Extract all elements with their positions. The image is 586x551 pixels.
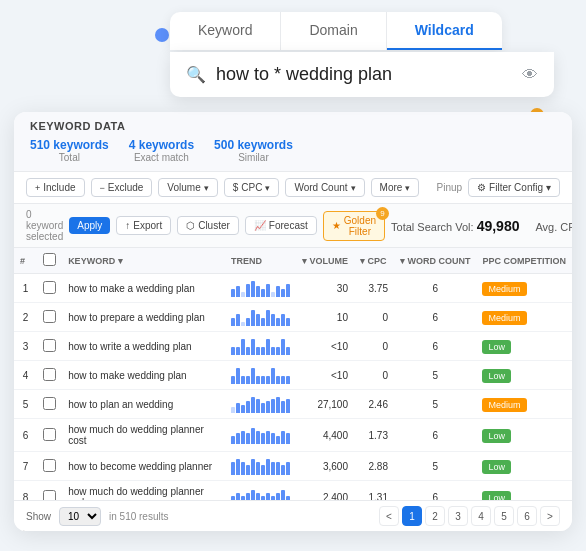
col-header-volume[interactable]: ▾ VOLUME bbox=[296, 248, 354, 274]
table-row: 7 how to become wedding planner 3,600 2.… bbox=[14, 452, 572, 481]
cell-cpc: 0 bbox=[354, 332, 394, 361]
cell-keyword: how to plan an wedding bbox=[62, 390, 225, 419]
cell-check[interactable] bbox=[37, 419, 62, 452]
cell-ppc: Low bbox=[476, 452, 572, 481]
exclude-btn[interactable]: −Exclude bbox=[91, 178, 153, 197]
table-row: 6 how much do wedding planner cost 4,400… bbox=[14, 419, 572, 452]
cell-num: 7 bbox=[14, 452, 37, 481]
table-wrap: # KEYWORD ▾ TREND ▾ VOLUME ▾ CPC ▾ WORD … bbox=[14, 248, 572, 531]
cell-cpc: 2.46 bbox=[354, 390, 394, 419]
cell-cpc: 1.73 bbox=[354, 419, 394, 452]
cell-wordcount: 6 bbox=[394, 419, 477, 452]
row-checkbox[interactable] bbox=[43, 428, 56, 441]
cell-keyword: how to prepare a wedding plan bbox=[62, 303, 225, 332]
cell-cpc: 3.75 bbox=[354, 274, 394, 303]
row-checkbox[interactable] bbox=[43, 310, 56, 323]
avg-cpc: Avg. CPC $0.54 bbox=[535, 218, 572, 234]
cpc-btn[interactable]: $CPC▾ bbox=[224, 178, 280, 197]
cell-volume: <10 bbox=[296, 361, 354, 390]
tab-domain[interactable]: Domain bbox=[281, 12, 386, 50]
col-header-cpc[interactable]: ▾ CPC bbox=[354, 248, 394, 274]
cell-keyword: how to become wedding planner bbox=[62, 452, 225, 481]
cell-wordcount: 5 bbox=[394, 361, 477, 390]
results-label: in 510 results bbox=[109, 511, 168, 522]
outer-container: Keyword Domain Wildcard 🔍 how to * weddi… bbox=[0, 0, 586, 551]
golden-icon: ★ bbox=[332, 220, 341, 231]
filter-config-btn[interactable]: ⚙ Filter Config ▾ bbox=[468, 178, 560, 197]
col-header-ppc: PPC COMPETITION bbox=[476, 248, 572, 274]
tab-wildcard[interactable]: Wildcard bbox=[387, 12, 502, 50]
competition-badge: Low bbox=[482, 369, 511, 383]
wordcount-btn[interactable]: Word Count▾ bbox=[285, 178, 364, 197]
select-all-checkbox[interactable] bbox=[43, 253, 56, 266]
forecast-btn[interactable]: 📈 Forecast bbox=[245, 216, 317, 235]
row-checkbox[interactable] bbox=[43, 368, 56, 381]
cell-check[interactable] bbox=[37, 332, 62, 361]
cell-check[interactable] bbox=[37, 361, 62, 390]
cell-num: 4 bbox=[14, 361, 37, 390]
tab-keyword[interactable]: Keyword bbox=[170, 12, 281, 50]
cell-check[interactable] bbox=[37, 452, 62, 481]
cell-num: 3 bbox=[14, 332, 37, 361]
page-prev[interactable]: < bbox=[379, 506, 399, 526]
col-header-trend: TREND bbox=[225, 248, 296, 274]
table-row: 5 how to plan an wedding 27,100 2.46 5 M… bbox=[14, 390, 572, 419]
cell-cpc: 0 bbox=[354, 303, 394, 332]
page-3[interactable]: 3 bbox=[448, 506, 468, 526]
golden-filter-btn[interactable]: ★ Golden Filter 9 bbox=[323, 211, 385, 241]
stat-similar: 500 keywords Similar bbox=[214, 138, 293, 163]
cell-check[interactable] bbox=[37, 390, 62, 419]
cell-volume: <10 bbox=[296, 332, 354, 361]
cell-num: 6 bbox=[14, 419, 37, 452]
page-4[interactable]: 4 bbox=[471, 506, 491, 526]
cell-ppc: Medium bbox=[476, 274, 572, 303]
volume-btn[interactable]: Volume▾ bbox=[158, 178, 217, 197]
include-btn[interactable]: +Include bbox=[26, 178, 85, 197]
col-header-wordcount[interactable]: ▾ WORD COUNT bbox=[394, 248, 477, 274]
page-5[interactable]: 5 bbox=[494, 506, 514, 526]
cell-cpc: 0 bbox=[354, 361, 394, 390]
cell-volume: 3,600 bbox=[296, 452, 354, 481]
cell-cpc: 2.88 bbox=[354, 452, 394, 481]
cell-trend bbox=[225, 452, 296, 481]
page-6[interactable]: 6 bbox=[517, 506, 537, 526]
search-box: 🔍 how to * wedding plan 👁 bbox=[170, 52, 554, 97]
search-value[interactable]: how to * wedding plan bbox=[216, 64, 522, 85]
table-header-row: # KEYWORD ▾ TREND ▾ VOLUME ▾ CPC ▾ WORD … bbox=[14, 248, 572, 274]
competition-badge: Low bbox=[482, 340, 511, 354]
total-search: Total Search Vol: 49,980 bbox=[391, 218, 519, 234]
cell-check[interactable] bbox=[37, 303, 62, 332]
competition-badge: Medium bbox=[482, 282, 526, 296]
cell-trend bbox=[225, 361, 296, 390]
cell-wordcount: 6 bbox=[394, 332, 477, 361]
page-next[interactable]: > bbox=[540, 506, 560, 526]
row-checkbox[interactable] bbox=[43, 459, 56, 472]
cluster-btn[interactable]: ⬡ Cluster bbox=[177, 216, 239, 235]
cell-volume: 30 bbox=[296, 274, 354, 303]
cell-trend bbox=[225, 303, 296, 332]
cell-check[interactable] bbox=[37, 274, 62, 303]
page-1[interactable]: 1 bbox=[402, 506, 422, 526]
page-2[interactable]: 2 bbox=[425, 506, 445, 526]
cell-keyword: how to make wedding plan bbox=[62, 361, 225, 390]
export-btn[interactable]: ↑ Export bbox=[116, 216, 171, 235]
table-row: 1 how to make a wedding plan 30 3.75 6 M… bbox=[14, 274, 572, 303]
show-select[interactable]: 10 25 50 bbox=[59, 507, 101, 526]
row-checkbox[interactable] bbox=[43, 397, 56, 410]
col-header-keyword[interactable]: KEYWORD ▾ bbox=[62, 248, 225, 274]
filter-icon: ⚙ bbox=[477, 182, 486, 193]
section-title: KEYWORD DATA bbox=[30, 120, 556, 138]
col-header-num: # bbox=[14, 248, 37, 274]
stat-exact: 4 keywords Exact match bbox=[129, 138, 194, 163]
cell-num: 5 bbox=[14, 390, 37, 419]
cell-ppc: Medium bbox=[476, 303, 572, 332]
apply-btn[interactable]: Apply bbox=[69, 217, 110, 234]
row-checkbox[interactable] bbox=[43, 339, 56, 352]
cell-volume: 27,100 bbox=[296, 390, 354, 419]
competition-badge: Medium bbox=[482, 398, 526, 412]
competition-badge: Low bbox=[482, 429, 511, 443]
cell-wordcount: 6 bbox=[394, 274, 477, 303]
golden-badge: 9 bbox=[376, 207, 389, 220]
row-checkbox[interactable] bbox=[43, 281, 56, 294]
more-btn[interactable]: More▾ bbox=[371, 178, 420, 197]
